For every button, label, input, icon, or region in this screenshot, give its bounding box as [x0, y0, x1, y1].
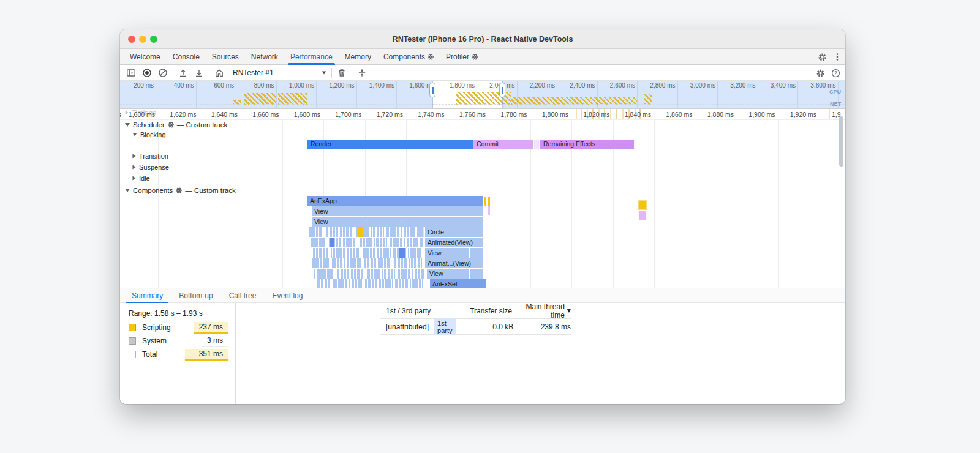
- flame-bar-view[interactable]: View: [312, 206, 483, 216]
- scripting-swatch: [129, 324, 136, 331]
- overview-tick: 3,600 ms: [781, 82, 836, 89]
- commit-bar[interactable]: Commit: [473, 140, 533, 149]
- tab-sources[interactable]: Sources: [206, 49, 245, 64]
- lane-suspense[interactable]: Suspense: [132, 163, 169, 171]
- vertical-scrollbar[interactable]: [839, 116, 843, 167]
- tab-console[interactable]: Console: [167, 49, 206, 64]
- tab-memory[interactable]: Memory: [339, 49, 377, 64]
- flame-block-purple[interactable]: [639, 211, 646, 220]
- lane-label: Blocking: [140, 131, 166, 138]
- flame-bar-animated-view[interactable]: Animated(View): [425, 238, 483, 247]
- more-options-kebab-icon[interactable]: [833, 53, 842, 61]
- flame-marker[interactable]: [488, 197, 490, 206]
- flame-bar-animated-view[interactable]: Animat...(View): [425, 258, 483, 268]
- performance-toolbar: RNTester #1: [120, 65, 845, 81]
- expand-icon: [132, 165, 135, 170]
- flame-bar-view[interactable]: View: [427, 269, 469, 279]
- flame-marker-dark[interactable]: [399, 248, 405, 258]
- selection-left-handle[interactable]: [429, 83, 435, 97]
- flame-bar-view[interactable]: View: [312, 217, 483, 226]
- tab-label: Event log: [272, 291, 303, 300]
- col-main-thread-time[interactable]: Main thread time ▼: [512, 302, 571, 320]
- first-party-badge: 1st party: [434, 318, 456, 335]
- flame-bar-view[interactable]: View: [425, 248, 469, 258]
- custom-track-suffix: — Custom track: [177, 121, 227, 129]
- selection-right-handle[interactable]: [499, 83, 505, 97]
- render-bar[interactable]: Render: [307, 140, 473, 149]
- flame-marker-yellow[interactable]: [358, 227, 363, 237]
- flame-mini-bars[interactable]: [311, 238, 423, 247]
- settings-gear-icon[interactable]: [818, 53, 827, 62]
- flame-row: View: [120, 217, 845, 226]
- react-atom-icon: [168, 122, 174, 128]
- flame-bar-fragment[interactable]: [470, 269, 483, 279]
- tab-components[interactable]: Components: [377, 49, 440, 64]
- lane-idle[interactable]: Idle: [132, 174, 150, 182]
- collapse-icon: [125, 189, 130, 192]
- tab-bottom-up[interactable]: Bottom-up: [171, 288, 221, 302]
- legend-label: Total: [142, 350, 185, 359]
- record-button[interactable]: [142, 68, 152, 78]
- capture-settings-icon[interactable]: [357, 68, 367, 78]
- flame-row: View: [120, 269, 845, 279]
- flame-bar-anexset[interactable]: AnExSet: [430, 279, 486, 288]
- lane-label: Idle: [139, 174, 150, 182]
- legend-value: 237 ms: [194, 322, 228, 334]
- flame-row: View: [120, 248, 845, 258]
- party-table-row[interactable]: [unattributed] 1st party 0.0 kB 239.8 ms: [380, 319, 571, 335]
- flame-marker[interactable]: [484, 197, 486, 206]
- effects-gap-bar[interactable]: [534, 140, 539, 149]
- devtools-tab-bar: Welcome Console Sources Network Performa…: [120, 49, 845, 65]
- save-profile-icon[interactable]: [194, 68, 204, 78]
- flame-marker: [423, 227, 424, 237]
- svg-text:?: ?: [834, 70, 837, 76]
- flame-mini-bars[interactable]: [313, 269, 424, 279]
- legend-row-scripting: Scripting 237 ms: [129, 321, 228, 334]
- flame-bar-anexapp[interactable]: AnExApp: [307, 196, 483, 206]
- tab-call-tree[interactable]: Call tree: [221, 288, 265, 302]
- custom-track-suffix: — Custom track: [185, 187, 235, 194]
- toolbar-separator: [331, 68, 332, 78]
- flame-row: View: [120, 206, 845, 216]
- transfer-size-value: 0.0 kB: [456, 323, 514, 331]
- scheduler-track-header[interactable]: Scheduler — Custom track: [125, 121, 227, 129]
- flame-mini-bars[interactable]: [309, 227, 423, 237]
- col-transfer-size[interactable]: Transfer size: [453, 307, 512, 315]
- collect-garbage-icon[interactable]: [337, 68, 347, 78]
- tab-performance[interactable]: Performance: [284, 49, 339, 64]
- flame-chart-area[interactable]: Timings s 1,600 ms 1,620 ms 1,640 ms 1,6…: [120, 109, 845, 288]
- live-metrics-home-icon[interactable]: [214, 68, 224, 78]
- toggle-sidebar-icon[interactable]: [126, 68, 136, 78]
- ruler-bottom-border: [120, 119, 845, 120]
- flame-bar-circle[interactable]: Circle: [425, 227, 483, 237]
- lane-transition[interactable]: Transition: [132, 152, 168, 160]
- flame-mini-bars[interactable]: [315, 279, 424, 288]
- flame-mini-bars[interactable]: [312, 248, 423, 258]
- tab-profiler[interactable]: Profiler: [440, 49, 484, 64]
- legend-label: Scripting: [142, 323, 194, 332]
- flame-marker[interactable]: [488, 206, 490, 215]
- target-selector-dropdown[interactable]: RNTester #1: [233, 69, 326, 77]
- tab-summary[interactable]: Summary: [124, 288, 171, 302]
- tab-label: Performance: [290, 53, 333, 61]
- party-table: 1st / 3rd party Transfer size Main threa…: [380, 303, 571, 335]
- flame-marker-dark[interactable]: [330, 238, 334, 247]
- target-selector-value: RNTester #1: [233, 69, 274, 77]
- load-profile-icon[interactable]: [178, 68, 188, 78]
- lane-blocking[interactable]: Blocking: [132, 131, 166, 138]
- devtools-window: RNTester (iPhone 16 Pro) - React Native …: [120, 29, 845, 404]
- clear-recording-icon[interactable]: [158, 68, 168, 78]
- tab-network[interactable]: Network: [245, 49, 284, 64]
- timeline-overview[interactable]: 200 ms 400 ms 600 ms 800 ms 1,000 ms 1,2…: [120, 81, 845, 109]
- tab-welcome[interactable]: Welcome: [124, 49, 167, 64]
- dropdown-caret-icon: [322, 71, 326, 74]
- remaining-effects-bar[interactable]: Remaining Effects: [540, 140, 634, 149]
- help-icon[interactable]: ?: [831, 69, 840, 78]
- flame-mini-bars[interactable]: [311, 258, 423, 268]
- components-track-header[interactable]: Components — Custom track: [125, 187, 236, 194]
- tab-event-log[interactable]: Event log: [264, 288, 311, 302]
- flame-bar-fragment[interactable]: [470, 248, 483, 258]
- performance-settings-gear-icon[interactable]: [816, 69, 825, 78]
- tab-label: Call tree: [229, 291, 257, 300]
- flame-block-yellow[interactable]: [638, 200, 647, 210]
